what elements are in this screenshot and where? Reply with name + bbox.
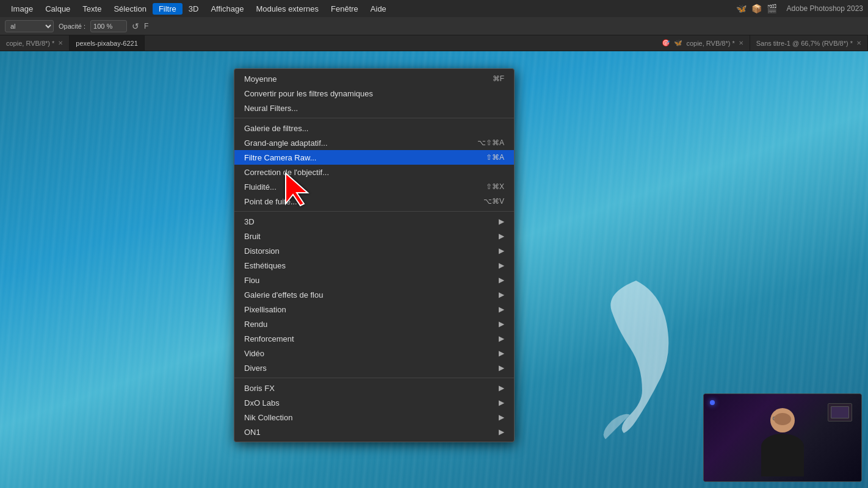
menu-correction-objectif[interactable]: Correction de l'objectif...: [234, 165, 514, 179]
pixellisation-label: Pixellisation: [244, 305, 286, 314]
esthetiques-label: Esthétiques: [244, 261, 286, 270]
opacity-input[interactable]: [90, 20, 127, 32]
point-fuite-label: Point de fuite...: [244, 197, 297, 206]
tab-right-1-icon2: 🦋: [674, 39, 682, 47]
rendu-label: Rendu: [244, 320, 267, 329]
boris-fx-arrow: ▶: [499, 384, 504, 392]
dxo-labs-label: DxO Labs: [244, 398, 280, 407]
video-icon: 🎬: [767, 4, 777, 13]
distorsion-label: Distorsion: [244, 246, 280, 256]
menu-affichage[interactable]: Affichage: [204, 3, 250, 15]
distorsion-arrow: ▶: [499, 246, 504, 255]
menu-selection[interactable]: Sélection: [107, 3, 152, 15]
mode-select[interactable]: al: [5, 20, 54, 32]
butterfly-icon: 🦋: [736, 4, 747, 13]
fluidite-label: Fluidité...: [244, 182, 277, 192]
opacity-label: Opacité :: [59, 23, 85, 30]
menu-distorsion[interactable]: Distorsion ▶: [234, 243, 514, 258]
moyenne-shortcut: ⌘F: [493, 74, 504, 83]
tab-left-1[interactable]: copie, RVB/8*) * ✕: [0, 35, 70, 51]
divers-label: Divers: [244, 364, 267, 373]
boris-fx-label: Boris FX: [244, 384, 275, 393]
menu-pixellisation[interactable]: Pixellisation ▶: [234, 302, 514, 317]
menu-bruit[interactable]: Bruit ▶: [234, 229, 514, 243]
menu-calque[interactable]: Calque: [39, 3, 76, 15]
menu-point-fuite[interactable]: Point de fuite... ⌥⌘V: [234, 194, 514, 209]
menubar-right: 🦋 📦 🎬 Adobe Photoshop 2023: [736, 4, 863, 13]
menu-flou[interactable]: Flou ▶: [234, 273, 514, 287]
canvas-area: Moyenne ⌘F Convertir pour les filtres dy…: [0, 51, 868, 488]
menu-grand-angle[interactable]: Grand-angle adaptatif... ⌥⇧⌘A: [234, 135, 514, 150]
tab-left-1-close[interactable]: ✕: [58, 40, 63, 46]
tabsbar: copie, RVB/8*) * ✕ pexels-pixabay-6221 🎯…: [0, 35, 868, 51]
tab-right-1-icon: 🎯: [662, 39, 670, 47]
video-label: Vidéo: [244, 349, 264, 358]
dxo-labs-arrow: ▶: [499, 398, 504, 407]
nik-collection-label: Nik Collection: [244, 413, 292, 422]
webcam-monitor: [828, 403, 852, 422]
flou-label: Flou: [244, 276, 259, 285]
menu-nik-collection[interactable]: Nik Collection ▶: [234, 410, 514, 425]
person-body: [761, 434, 804, 476]
separator-3: [234, 378, 514, 378]
3d-label: 3D: [244, 217, 255, 226]
menu-renforcement[interactable]: Renforcement ▶: [234, 331, 514, 346]
menu-boris-fx[interactable]: Boris FX ▶: [234, 381, 514, 395]
tab-right-1-label: copie, RVB/8*) *: [686, 40, 734, 47]
tab-left-1-label: copie, RVB/8*) *: [6, 40, 54, 47]
menu-esthetiques[interactable]: Esthétiques ▶: [234, 258, 514, 273]
filtre-dropdown-menu: Moyenne ⌘F Convertir pour les filtres dy…: [234, 68, 515, 442]
app-title: Adobe Photoshop 2023: [787, 4, 863, 13]
menu-rendu[interactable]: Rendu ▶: [234, 317, 514, 331]
galerie-flou-label: Galerie d'effets de flou: [244, 290, 323, 300]
menu-aide[interactable]: Aide: [364, 3, 392, 15]
menu-moyenne[interactable]: Moyenne ⌘F: [234, 71, 514, 86]
webcam-background: [704, 394, 861, 481]
menu-3d-sub[interactable]: 3D ▶: [234, 214, 514, 229]
menu-texte[interactable]: Texte: [76, 3, 107, 15]
menu-on1[interactable]: ON1 ▶: [234, 425, 514, 439]
on1-label: ON1: [244, 428, 261, 437]
menu-camera-raw[interactable]: Filtre Camera Raw... ⇧⌘A: [234, 150, 514, 165]
tab-left-2-label: pexels-pixabay-6221: [76, 40, 138, 47]
convertir-label: Convertir pour les filtres dynamiques: [244, 89, 373, 98]
menu-convertir[interactable]: Convertir pour les filtres dynamiques: [234, 86, 514, 101]
menu-image[interactable]: Image: [5, 3, 39, 15]
menu-neural[interactable]: Neural Filters...: [234, 101, 514, 115]
tab-right-2[interactable]: Sans titre-1 @ 66,7% (RVB/8*) * ✕: [750, 35, 868, 51]
galerie-flou-arrow: ▶: [499, 290, 504, 299]
camera-raw-label: Filtre Camera Raw...: [244, 153, 316, 162]
menu-fenetre[interactable]: Fenêtre: [325, 3, 364, 15]
menu-galerie-filtres[interactable]: Galerie de filtres...: [234, 121, 514, 135]
optionsbar: al Opacité : ↺ F: [0, 17, 868, 35]
menu-galerie-flou[interactable]: Galerie d'effets de flou ▶: [234, 287, 514, 302]
pixellisation-arrow: ▶: [499, 305, 504, 314]
webcam-person: [752, 408, 813, 481]
menu-fluidite[interactable]: Fluidité... ⇧⌘X: [234, 179, 514, 194]
menu-3d[interactable]: 3D: [183, 3, 205, 15]
f-label: F: [144, 22, 148, 30]
tab-right-2-label: Sans titre-1 @ 66,7% (RVB/8*) *: [756, 40, 853, 47]
nik-collection-arrow: ▶: [499, 413, 504, 422]
menu-video[interactable]: Vidéo ▶: [234, 346, 514, 361]
on1-arrow: ▶: [499, 428, 504, 436]
renforcement-arrow: ▶: [499, 334, 504, 343]
rendu-arrow: ▶: [499, 320, 504, 328]
dolphin-shape: [581, 268, 691, 439]
grand-angle-shortcut: ⌥⇧⌘A: [477, 138, 504, 147]
divers-arrow: ▶: [499, 364, 504, 372]
flou-arrow: ▶: [499, 276, 504, 284]
moyenne-label: Moyenne: [244, 74, 277, 84]
menu-dxo-labs[interactable]: DxO Labs ▶: [234, 395, 514, 410]
tab-right-1-close[interactable]: ✕: [739, 40, 743, 46]
tab-left-2[interactable]: pexels-pixabay-6221: [70, 35, 145, 51]
menu-modules[interactable]: Modules externes: [250, 3, 325, 15]
point-fuite-shortcut: ⌥⌘V: [483, 197, 504, 206]
tab-right-2-close[interactable]: ✕: [856, 40, 861, 46]
menu-divers[interactable]: Divers ▶: [234, 361, 514, 375]
refresh-icon[interactable]: ↺: [132, 21, 139, 31]
person-head: [770, 408, 795, 432]
menu-filtre[interactable]: Filtre: [153, 3, 183, 15]
tab-right-1[interactable]: 🎯 🦋 copie, RVB/8*) * ✕: [656, 35, 750, 51]
separator-2: [234, 211, 514, 212]
